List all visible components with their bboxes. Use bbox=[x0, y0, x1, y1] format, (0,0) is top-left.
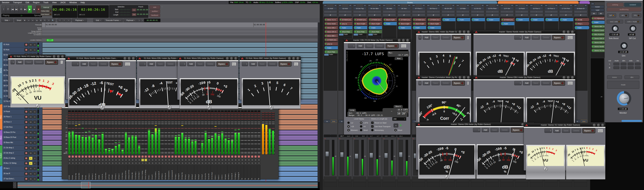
record-enable-button[interactable] bbox=[228, 155, 230, 158]
bypass-button[interactable]: Bypass bbox=[278, 61, 292, 66]
peak-box[interactable] bbox=[164, 110, 167, 112]
processor-entry[interactable]: DYN500 [mo bbox=[412, 18, 428, 21]
preset-delete-button[interactable]: Delete bbox=[99, 62, 108, 66]
processor-entry[interactable]: peq-1a bbox=[339, 22, 354, 25]
window-titlebar[interactable]: 01 Kick: Mono Nordic meter (by Robin Gar… bbox=[66, 56, 136, 60]
preset-save-button[interactable]: Save bbox=[532, 81, 540, 85]
comments-button[interactable] bbox=[559, 179, 572, 182]
fader-mini[interactable]: Fader bbox=[324, 54, 337, 56]
processor-entry[interactable]: Black-EQ[M bbox=[383, 18, 398, 21]
strip-hide-button[interactable]: ✕ bbox=[525, 4, 528, 7]
strip-input-button[interactable]: - bbox=[456, 10, 470, 13]
solo-button[interactable]: s bbox=[33, 136, 36, 139]
strip-label[interactable]: 34 Harp R bbox=[178, 165, 180, 180]
strip-width-button[interactable]: ⟷ bbox=[427, 4, 430, 7]
solo-button[interactable]: S bbox=[148, 162, 150, 165]
mute-button[interactable]: M bbox=[95, 159, 97, 161]
solo-button[interactable]: S bbox=[78, 162, 81, 165]
solo-button[interactable]: S bbox=[68, 162, 71, 165]
strip-hide-button[interactable]: ✕ bbox=[378, 4, 381, 7]
menu-help[interactable]: Help bbox=[79, 1, 87, 4]
strip-label[interactable]: 16 Floor 2 bbox=[118, 165, 121, 180]
fader-mini[interactable]: Fader bbox=[339, 33, 352, 36]
solo-button[interactable]: s bbox=[33, 157, 36, 160]
strip-hide-button[interactable]: ✕ bbox=[408, 4, 411, 7]
window-maximize-button[interactable]: ∧ bbox=[230, 57, 233, 60]
mute-button[interactable]: m bbox=[29, 48, 32, 52]
strip-hide-button[interactable]: ✕ bbox=[510, 4, 514, 7]
solo-button[interactable]: S bbox=[238, 162, 240, 165]
start-marker[interactable]: start bbox=[46, 39, 54, 41]
window-titlebar[interactable]: master: EBU R128 Meter (by Robin Gareus)… bbox=[344, 38, 410, 42]
solo-button[interactable]: S bbox=[128, 162, 130, 165]
window-minimize-button[interactable]: ∨ bbox=[226, 57, 229, 60]
record-enable-button[interactable] bbox=[72, 155, 74, 158]
mute-button[interactable]: m bbox=[29, 126, 32, 129]
processor-entry[interactable]: Fader bbox=[530, 18, 545, 21]
strip-label[interactable]: 48 Spare bbox=[224, 165, 227, 180]
processor-entry[interactable]: Fader bbox=[516, 18, 530, 21]
solo-indicator-button[interactable]: solo bbox=[150, 5, 160, 9]
record-enable-button[interactable] bbox=[234, 155, 237, 158]
processor-entry[interactable]: Stereo Nordic bbox=[591, 45, 606, 48]
strip-label[interactable]: 29 Piano L bbox=[161, 165, 164, 180]
comments-button[interactable] bbox=[353, 179, 366, 182]
monitor-inv-L-button[interactable] bbox=[635, 63, 641, 65]
mute-button[interactable]: M bbox=[134, 159, 137, 161]
record-enable-button[interactable] bbox=[85, 155, 87, 158]
solo-button[interactable]: S bbox=[111, 162, 114, 165]
output-button[interactable] bbox=[398, 177, 410, 179]
strip-bottom-button[interactable] bbox=[545, 182, 558, 187]
track-header[interactable]: 21 Gtr Amp 1ms bbox=[2, 145, 42, 151]
processor-entry[interactable]: VC1B[ bbox=[574, 18, 590, 21]
peak-box[interactable] bbox=[198, 110, 200, 112]
radio-hist-short[interactable]: Short bbox=[394, 129, 402, 131]
track-header[interactable]: 16 Floor 2ms bbox=[2, 120, 42, 125]
track-header[interactable]: 17 OH Percms bbox=[2, 125, 42, 130]
strip-input-button[interactable]: - bbox=[324, 10, 337, 13]
mute-button[interactable]: M bbox=[214, 159, 217, 161]
strip-label[interactable]: 22 Gtr Amp 2 bbox=[138, 165, 141, 180]
monitor-gain-knob[interactable] bbox=[617, 91, 631, 106]
mute-button[interactable]: M bbox=[164, 159, 167, 161]
record-enable-button[interactable] bbox=[148, 155, 150, 158]
strip-disk-button[interactable]: Disk bbox=[580, 120, 587, 123]
bypass-button[interactable]: Bypass bbox=[452, 81, 465, 86]
processor-entry[interactable]: Fader bbox=[354, 26, 368, 29]
strip-label[interactable]: 04 Snr Btm bbox=[78, 165, 81, 180]
record-enable-button[interactable] bbox=[194, 155, 197, 158]
peak-box[interactable] bbox=[88, 110, 91, 112]
window-titlebar[interactable]: master: Stereo Correlation Meter (by Rob… bbox=[416, 76, 471, 79]
solo-button[interactable]: s bbox=[33, 126, 36, 129]
peak-display[interactable]: -9.9 bbox=[360, 135, 366, 137]
preset-delete-button[interactable]: Delete bbox=[572, 129, 581, 133]
strip-label[interactable]: 31 Hammond L bbox=[168, 165, 171, 180]
record-enable-button[interactable] bbox=[144, 155, 147, 158]
peak-display[interactable]: -14.1 bbox=[389, 135, 396, 137]
mute-button[interactable]: m bbox=[29, 172, 32, 176]
preset-delete-button[interactable]: Delete bbox=[166, 62, 176, 66]
bypass-button[interactable]: Bypass bbox=[511, 128, 524, 133]
fader-slot[interactable] bbox=[325, 140, 329, 176]
solo-button[interactable]: S bbox=[85, 162, 88, 165]
processor-entry[interactable]: Fader bbox=[383, 22, 398, 25]
peak-box[interactable] bbox=[82, 110, 84, 112]
fader-handle[interactable] bbox=[326, 152, 329, 157]
bypass-button[interactable]: Bypass bbox=[452, 35, 465, 40]
peak-display[interactable] bbox=[404, 135, 411, 137]
strip-label[interactable]: 09 OH SR bbox=[94, 165, 98, 180]
menu-transport[interactable]: Transport bbox=[11, 1, 24, 4]
record-enable-button[interactable] bbox=[258, 155, 260, 158]
strip-name-button[interactable]: 03 Snr Top bbox=[353, 7, 366, 10]
strip-label[interactable]: 21 Gtr Amp 1 bbox=[134, 165, 138, 180]
window-close-button[interactable]: ✕ bbox=[234, 57, 237, 60]
bypass-button[interactable]: Bypass bbox=[386, 43, 398, 48]
mute-button[interactable]: M bbox=[111, 159, 114, 161]
processor-entry[interactable]: PEQ-1. bbox=[574, 22, 590, 25]
window-titlebar[interactable]: master: Stereo VU meter (by Robin Gareus… bbox=[524, 123, 606, 127]
window-maximize-button[interactable]: ∧ bbox=[292, 57, 295, 60]
strip-width-button[interactable]: ⟷ bbox=[544, 4, 548, 7]
mute-button[interactable]: M bbox=[125, 159, 128, 161]
mute-button[interactable]: M bbox=[154, 159, 157, 161]
radio-plus9[interactable]: +9 bbox=[360, 125, 366, 128]
